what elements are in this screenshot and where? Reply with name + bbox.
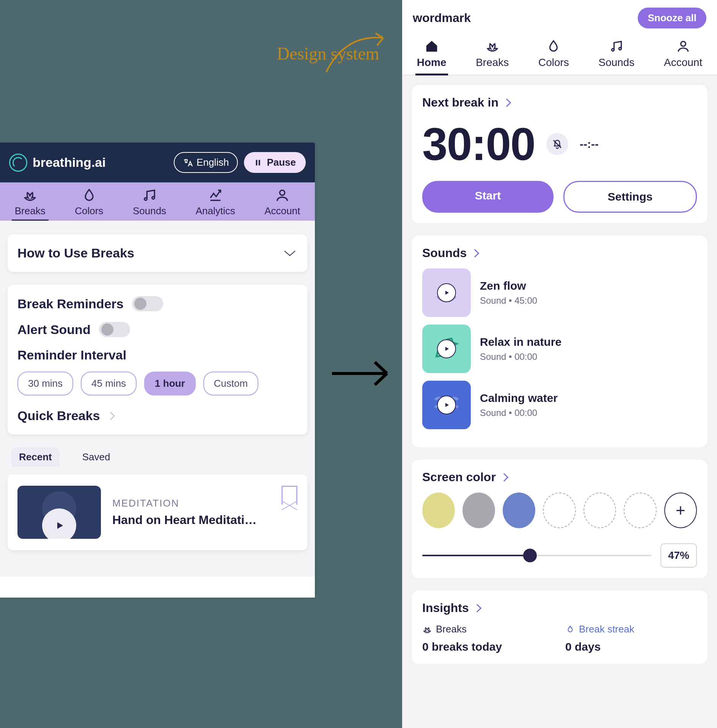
sound-item-nature[interactable]: Relax in nature Sound • 00:00	[422, 325, 697, 373]
brightness-slider[interactable]	[422, 555, 651, 556]
sounds-title: Sounds	[422, 246, 467, 260]
svg-rect-1	[256, 160, 258, 165]
sound-thumb	[422, 268, 471, 317]
interval-1hour[interactable]: 1 hour	[144, 372, 195, 395]
start-button[interactable]: Start	[422, 181, 553, 213]
mute-button[interactable]	[546, 133, 568, 155]
logo-text: breathing.ai	[33, 155, 106, 170]
swatch-empty-1[interactable]	[543, 493, 575, 528]
logo: breathing.ai	[9, 154, 106, 172]
svg-point-4	[681, 41, 686, 46]
svg-point-3	[280, 190, 285, 195]
howto-card[interactable]: How to Use Breaks	[8, 234, 307, 272]
tab-label: Account	[264, 205, 300, 217]
subtab-recent[interactable]: Recent	[11, 447, 60, 467]
color-swatches: +	[422, 493, 697, 528]
interval-30min[interactable]: 30 mins	[17, 372, 73, 395]
media-card[interactable]: MEDITATION Hand on Heart Meditati…	[8, 474, 307, 550]
break-reminders-label: Break Reminders	[17, 297, 124, 311]
swatch-gray[interactable]	[462, 493, 495, 528]
swatch-empty-2[interactable]	[583, 493, 616, 528]
language-button[interactable]: English	[174, 152, 238, 173]
swatch-blue[interactable]	[503, 493, 535, 528]
bookmark-icon[interactable]	[281, 486, 297, 505]
tab-colors[interactable]: Colors	[72, 188, 106, 217]
curved-arrow-icon	[322, 30, 391, 76]
user-icon	[676, 39, 690, 53]
language-label: English	[197, 157, 229, 168]
tab-analytics[interactable]: Analytics	[193, 188, 238, 217]
tab-label: Sounds	[133, 205, 166, 217]
tab-breaks[interactable]: Breaks	[474, 36, 510, 75]
quick-breaks-label: Quick Breaks	[17, 408, 100, 423]
slider-knob[interactable]	[523, 549, 537, 562]
tab-account[interactable]: Account	[662, 36, 704, 75]
snooze-all-button[interactable]: Snooze all	[638, 8, 706, 28]
alert-sound-label: Alert Sound	[17, 322, 91, 337]
wordmark: wordmark	[413, 11, 471, 25]
swatch-yellow[interactable]	[422, 493, 455, 528]
sound-meta: Sound • 00:00	[480, 408, 537, 418]
next-break-title-row[interactable]: Next break in	[422, 96, 697, 110]
flame-icon	[565, 624, 575, 634]
pause-button[interactable]: Pause	[244, 152, 306, 173]
lotus-icon	[22, 188, 38, 203]
media-category: MEDITATION	[112, 497, 270, 509]
music-icon	[609, 39, 624, 53]
interval-45min[interactable]: 45 mins	[81, 372, 137, 395]
settings-button[interactable]: Settings	[563, 181, 697, 213]
new-app-panel: wordmark Snooze all Home Breaks Colors S…	[402, 0, 717, 728]
interval-custom[interactable]: Custom	[203, 372, 259, 395]
screen-color-card: Screen color + 47%	[411, 459, 708, 579]
sound-meta: Sound • 00:00	[480, 351, 537, 362]
quick-breaks-row[interactable]: Quick Breaks	[17, 408, 297, 423]
new-tabbar: Home Breaks Colors Sounds Account	[402, 32, 717, 75]
play-icon[interactable]	[42, 508, 76, 539]
sound-item-zen[interactable]: Zen flow Sound • 45:00	[422, 268, 697, 317]
secondary-time: --:--	[580, 138, 599, 151]
old-header: breathing.ai English Pause	[0, 143, 315, 182]
lotus-icon	[485, 39, 500, 53]
insight-label: Break streak	[579, 623, 634, 635]
tab-breaks[interactable]: Breaks	[12, 188, 49, 217]
media-thumbnail	[17, 486, 101, 539]
alert-sound-toggle[interactable]	[99, 322, 130, 337]
insights-title: Insights	[422, 601, 469, 615]
subtab-saved[interactable]: Saved	[75, 447, 118, 467]
swatch-add[interactable]: +	[664, 493, 697, 528]
swatch-empty-3[interactable]	[624, 493, 656, 528]
lotus-icon	[422, 624, 432, 634]
sounds-title-row[interactable]: Sounds	[422, 246, 697, 260]
play-icon[interactable]	[437, 395, 456, 414]
user-icon	[275, 188, 290, 203]
chevron-right-icon	[471, 249, 480, 257]
sound-thumb	[422, 381, 471, 429]
tab-label: Colors	[538, 56, 569, 68]
tab-home[interactable]: Home	[415, 36, 448, 75]
break-reminders-toggle[interactable]	[132, 296, 163, 311]
chart-icon	[208, 188, 223, 203]
tab-sounds[interactable]: Sounds	[597, 36, 636, 75]
sound-item-water[interactable]: Calming water Sound • 00:00	[422, 381, 697, 429]
tab-sounds[interactable]: Sounds	[130, 188, 169, 217]
chevron-down-icon	[282, 249, 297, 258]
brightness-value: 47%	[660, 543, 697, 568]
sound-meta: Sound • 45:00	[480, 295, 537, 306]
insights-card: Insights Breaks 0 breaks today Break str…	[411, 590, 708, 664]
svg-rect-2	[259, 160, 260, 165]
insight-label: Breaks	[436, 623, 467, 635]
play-icon[interactable]	[437, 339, 456, 358]
drop-icon	[82, 188, 97, 203]
insight-value: 0 days	[565, 640, 697, 653]
screen-color-title-row[interactable]: Screen color	[422, 470, 697, 484]
play-icon[interactable]	[437, 283, 456, 302]
pause-label: Pause	[267, 157, 296, 168]
tab-account[interactable]: Account	[261, 188, 303, 217]
tab-label: Home	[417, 56, 447, 68]
old-tabbar: Breaks Colors Sounds Analytics Account	[0, 182, 315, 221]
next-break-title: Next break in	[422, 96, 498, 110]
transition-arrow-icon	[330, 353, 395, 394]
bell-off-icon	[552, 138, 563, 150]
tab-colors[interactable]: Colors	[537, 36, 571, 75]
insights-title-row[interactable]: Insights	[422, 601, 697, 615]
